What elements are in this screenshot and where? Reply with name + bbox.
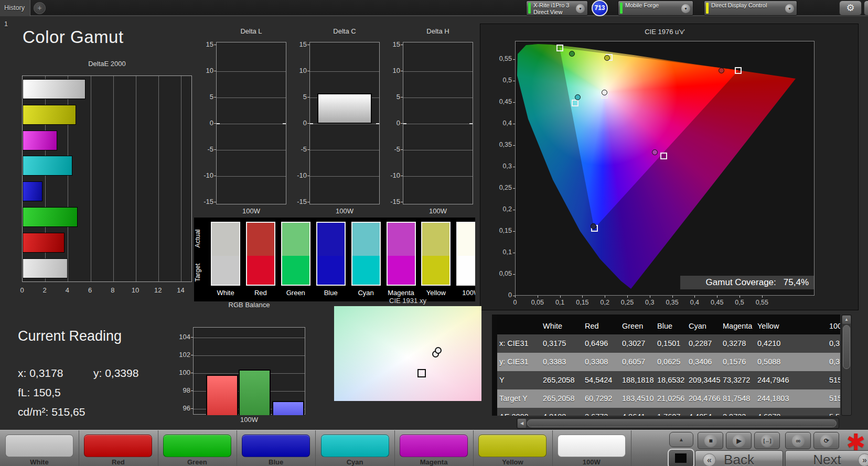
pattern-button-white[interactable]	[5, 435, 73, 457]
tab-history-1[interactable]: History 1	[0, 0, 30, 16]
swatch-label: Magenta	[381, 289, 421, 297]
bar-green	[239, 370, 271, 415]
table-vertical-scrollbar[interactable]: ▲	[841, 315, 852, 416]
scrollbar-thumb[interactable]	[527, 419, 837, 427]
chevron-down-icon[interactable]: ▼	[681, 4, 690, 13]
y-tick-label: 15	[200, 40, 213, 48]
source-status-stripe	[620, 3, 623, 14]
stop-button[interactable]: ■	[698, 432, 723, 449]
tick-mark	[513, 81, 515, 81]
y-tick-label: -5	[200, 145, 213, 153]
bar-100w	[23, 79, 85, 99]
pattern-button-red[interactable]	[84, 435, 152, 457]
y-tick-label: -10	[294, 171, 307, 179]
tick-mark	[401, 202, 403, 202]
table-cell: 4,4054	[687, 408, 721, 416]
gridline	[403, 150, 473, 150]
reading-cdm2: cd/m²: 515,65	[18, 406, 85, 418]
pattern-button-green[interactable]	[163, 435, 231, 457]
pattern-button-magenta[interactable]	[400, 435, 468, 457]
measured-point	[435, 347, 442, 354]
display-control-dropdown[interactable]: Direct Display Control ▼	[704, 1, 797, 16]
tick-mark	[191, 355, 193, 355]
table-horizontal-scrollbar[interactable]: ◀	[517, 418, 839, 429]
table-cell: 0,6057	[620, 353, 656, 371]
chart-title: CIE 1976 u'v'	[515, 28, 815, 36]
scroll-up-button[interactable]: ▲	[842, 316, 851, 324]
continuous-icon: ∞	[792, 435, 805, 447]
pattern-button-yellow[interactable]	[478, 435, 546, 457]
tick-mark	[307, 97, 309, 97]
add-tab-button[interactable]: +	[34, 2, 46, 14]
tick-mark	[513, 167, 515, 167]
gridline	[136, 76, 136, 281]
tick-mark	[191, 408, 193, 409]
loop-range-button[interactable]: [↔]	[754, 432, 780, 449]
column-header: Green	[620, 315, 656, 334]
chevron-down-icon[interactable]: ▼	[785, 4, 794, 13]
refresh-button[interactable]: ⟳	[813, 432, 839, 449]
y-tick-label: 96	[177, 404, 190, 412]
scrollbar-thumb[interactable]	[843, 325, 850, 369]
actual-target-swatch-panel: ActualTargetWhiteRedGreenBlueCyanMagenta…	[194, 218, 475, 301]
pattern-button-blue[interactable]	[242, 435, 310, 457]
patch-separator	[79, 430, 79, 466]
loop-range-icon: [↔]	[761, 435, 774, 447]
y-tick-label: 0	[200, 119, 213, 127]
x-tick-label: 14	[174, 286, 187, 294]
y-tick-label: 0,05	[485, 270, 512, 277]
play-button[interactable]: ▶	[726, 432, 752, 449]
settings-button[interactable]: ⚙	[839, 1, 862, 16]
y-tick-label: 100	[177, 369, 190, 376]
collapse-panel-button[interactable]: ◀	[864, 1, 868, 16]
source-dropdown[interactable]: Mobile Forge ▼	[618, 1, 693, 16]
table-cell: 0,3	[828, 334, 840, 353]
measured-point-red	[719, 68, 724, 73]
swatch-label: Green	[276, 289, 316, 297]
meter-status-stripe	[528, 3, 531, 14]
pattern-button-cyan[interactable]	[321, 435, 389, 457]
pattern-window-icon	[675, 453, 687, 463]
refresh-icon: ⟳	[820, 435, 833, 447]
table-cell: 54,5424	[583, 371, 620, 389]
gear-icon: ⚙	[846, 3, 854, 13]
row-label: Target Y	[497, 389, 541, 408]
tick-mark	[582, 296, 583, 298]
chevron-down-icon[interactable]: ▼	[576, 4, 585, 13]
swatch-label: Cyan	[346, 289, 386, 297]
measurement-table: WhiteRedGreenBlueCyanMagentaYellow100Wx:…	[492, 315, 840, 416]
x-tick-label: 0,15	[572, 299, 593, 306]
tick-mark	[307, 71, 309, 71]
pattern-button-100w[interactable]	[558, 435, 626, 457]
scroll-left-button[interactable]: ◀	[518, 419, 526, 428]
back-button[interactable]: «Back	[695, 450, 783, 466]
pattern-label: Cyan	[321, 458, 389, 466]
pattern-label: Yellow	[478, 458, 546, 466]
pattern-label: White	[5, 458, 73, 466]
table-cell: 60,7292	[583, 389, 620, 408]
y-tick-label: 102	[177, 351, 190, 359]
swatch-target	[457, 256, 475, 285]
row-label: Y	[497, 371, 541, 389]
table-cell: 21,0256	[656, 389, 687, 408]
tick-mark	[307, 123, 309, 124]
target-point-green	[556, 45, 563, 51]
cie-1976-uv-chart: CIE 1976 u'v' Gamut Coverage:75,4%0,550,…	[480, 24, 859, 310]
meter-dropdown[interactable]: X-Rite i1Pro 3 Direct View ▼	[526, 1, 588, 16]
y-tick-label: -10	[200, 171, 213, 179]
continuous-button[interactable]: ∞	[785, 432, 811, 449]
next-button[interactable]: Next»	[785, 450, 868, 466]
x-tick-label: 6	[84, 286, 97, 294]
reading-fl: fL: 150,5	[18, 386, 61, 399]
column-header: Yellow	[756, 315, 792, 334]
table-gutter	[492, 315, 497, 416]
measured-point-white	[602, 90, 607, 95]
patch-separator	[552, 430, 553, 466]
bar-yellow	[23, 105, 76, 125]
tick-mark	[401, 149, 403, 150]
swatch-label: Yellow	[416, 289, 456, 297]
pattern-window-button[interactable]	[668, 449, 694, 466]
table-cell: 5,5	[828, 408, 840, 416]
table-cell: 265,2058	[541, 389, 583, 408]
spinner-up-button[interactable]: ▲	[669, 432, 693, 447]
